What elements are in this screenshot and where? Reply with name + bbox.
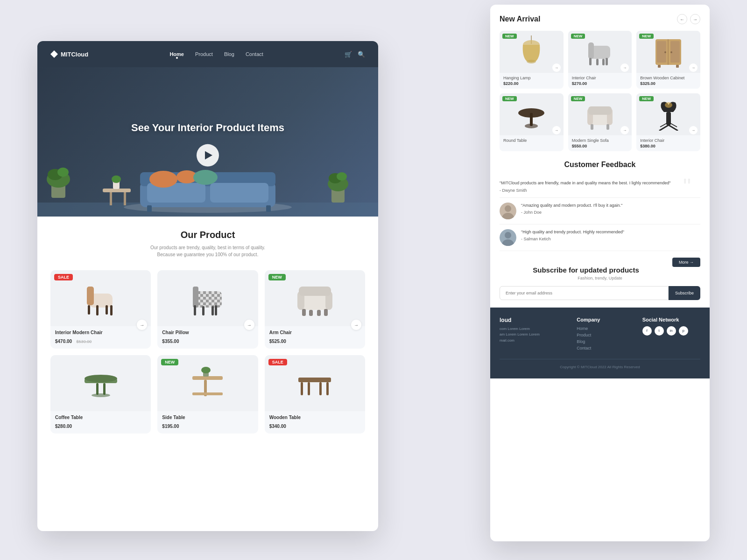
subscribe-email-input[interactable] — [500, 286, 669, 300]
product-img-2 — [157, 270, 258, 326]
footer-desc-3: mail.com — [500, 338, 569, 344]
prev-arrow[interactable]: ← — [677, 14, 687, 24]
subscribe-button[interactable]: Subscribe — [669, 286, 700, 300]
arrival-price-5: $550.00 — [572, 144, 628, 148]
arrival-grid-row2: NEW → Round Table NEW — [500, 93, 700, 151]
cart-icon[interactable]: 🛒 — [345, 51, 352, 58]
navbar: MITCloud Home Product Blog Contact 🛒 🔍 — [37, 41, 378, 67]
play-button[interactable] — [197, 144, 219, 167]
product-info-3: Arm Chair $525.00 — [265, 326, 365, 349]
product-name-4: Coffee Table — [55, 415, 146, 420]
arrival-card-5: NEW → Modern Single Sofa $550.00 — [568, 93, 632, 151]
nav-blog[interactable]: Blog — [224, 51, 234, 57]
hero-section: See Your Interior Product Items — [37, 67, 378, 217]
svg-rect-33 — [193, 287, 198, 308]
product-info-1: Interior Modern Chair $470.00 $530.00 — [50, 326, 151, 349]
svg-rect-51 — [96, 383, 99, 395]
svg-rect-48 — [317, 310, 321, 316]
arrival-name-2: Interior Chair — [572, 76, 628, 80]
product-old-price-1: $530.00 — [77, 339, 92, 344]
product-arrow-3[interactable]: → — [351, 320, 361, 330]
arrival-arrow-1[interactable]: → — [552, 63, 561, 72]
new-arrival-section: New Arrival ← → NEW — [490, 5, 710, 151]
arrival-badge-1: NEW — [502, 34, 517, 39]
product-card-4: Coffee Table $280.00 — [50, 355, 151, 434]
social-icon-pinterest[interactable]: p — [679, 326, 688, 336]
search-icon[interactable]: 🔍 — [358, 51, 365, 58]
feedback-title: Customer Feedback — [500, 161, 700, 169]
svg-point-50 — [85, 375, 117, 382]
social-icon-linkedin[interactable]: in — [667, 326, 676, 336]
feedback-item-2: "Amazing quality and modern product. I'l… — [500, 198, 700, 224]
product-price-6: $340.00 — [269, 424, 286, 429]
product-info-4: Coffee Table $280.00 — [50, 411, 151, 434]
product-grid-row2: Coffee Table $280.00 NEW Side Table — [37, 349, 378, 434]
svg-rect-83 — [676, 65, 679, 68]
footer-link-contact[interactable]: Contact — [577, 346, 634, 350]
new-arrival-title: New Arrival — [500, 15, 540, 23]
social-icon-facebook[interactable]: f — [642, 326, 652, 336]
social-icon-twitter[interactable]: t — [655, 326, 664, 336]
arrival-badge-3: NEW — [639, 34, 654, 39]
feedback-author-2: - John Doe — [521, 210, 700, 215]
svg-rect-14 — [266, 205, 271, 212]
svg-rect-61 — [326, 382, 329, 395]
svg-rect-54 — [192, 376, 223, 380]
arrival-name-4: Round Table — [503, 138, 560, 143]
more-button[interactable]: More → — [672, 258, 700, 267]
svg-rect-90 — [588, 106, 612, 115]
arrival-arrow-4[interactable]: → — [552, 126, 561, 134]
svg-line-95 — [669, 125, 678, 131]
footer-link-product[interactable]: Product — [577, 333, 634, 337]
hero-title: See Your Interior Product Items — [131, 122, 284, 134]
arrival-price-6: $380.00 — [640, 144, 697, 148]
product-card-6: SALE Wooden Table $340.00 — [265, 355, 365, 434]
svg-rect-92 — [606, 124, 609, 130]
footer-desc-1: com Lorem Lorem — [500, 326, 569, 332]
footer-link-home[interactable]: Home — [577, 326, 634, 331]
brand-name: MITCloud — [61, 51, 88, 58]
svg-rect-15 — [103, 189, 131, 192]
nav-product[interactable]: Product — [195, 51, 213, 57]
nav-logo: MITCloud — [50, 50, 88, 58]
footer-company-col: Company Home Product Blog Contact — [577, 317, 634, 352]
nav-home[interactable]: Home — [169, 51, 184, 57]
arrival-badge-5: NEW — [571, 96, 585, 101]
svg-rect-30 — [110, 305, 113, 315]
arrival-name-6: Interior Chair — [640, 138, 697, 143]
feedback-quote-2: "Amazing quality and modern product. I'l… — [521, 203, 700, 209]
product-info-6: Wooden Table $340.00 — [265, 411, 365, 434]
product-arrow-2[interactable]: → — [244, 320, 254, 330]
svg-rect-26 — [87, 287, 94, 305]
feedback-avatar-2 — [500, 203, 516, 219]
product-card-2: → Chair Pillow $355.00 — [157, 270, 258, 349]
svg-rect-47 — [309, 310, 313, 316]
svg-rect-36 — [202, 306, 204, 315]
feedback-author-3: - Salman Ketich — [521, 237, 700, 241]
feedback-author-1: - Dwyne Smith — [500, 188, 700, 193]
product-name-5: Side Table — [162, 415, 253, 420]
product-price-5: $195.00 — [162, 424, 179, 429]
main-website-card: MITCloud Home Product Blog Contact 🛒 🔍 — [37, 41, 378, 531]
play-icon — [205, 151, 212, 160]
svg-rect-45 — [302, 309, 306, 316]
footer-copyright: Copyright © MITCloud 2022 All Rights Res… — [500, 359, 700, 369]
arrival-arrow-3[interactable]: → — [689, 63, 698, 72]
arrival-arrow-6[interactable]: → — [689, 126, 698, 134]
arrival-card-4: NEW → Round Table — [500, 93, 564, 151]
svg-point-102 — [505, 232, 511, 238]
footer-grid: loud com Lorem Lorem am Lorem Lorem Lore… — [500, 317, 700, 352]
nav-contact[interactable]: Contact — [246, 51, 263, 57]
footer-link-blog[interactable]: Blog — [577, 339, 634, 344]
product-price-1: $470.00 — [55, 339, 72, 344]
next-arrow[interactable]: → — [690, 14, 700, 24]
svg-rect-28 — [106, 305, 108, 315]
section-desc-1: Our products are trendy, quality, best i… — [50, 244, 365, 251]
subscribe-form: Subscribe — [500, 286, 700, 300]
svg-rect-46 — [324, 309, 328, 316]
arrival-card-3: NEW — [636, 31, 700, 89]
footer-company-title: Company — [577, 317, 634, 322]
svg-rect-16 — [110, 192, 112, 205]
subscribe-subtitle: Fashion, trendy, Update — [500, 276, 700, 280]
arrival-price-3: $325.00 — [640, 81, 697, 86]
